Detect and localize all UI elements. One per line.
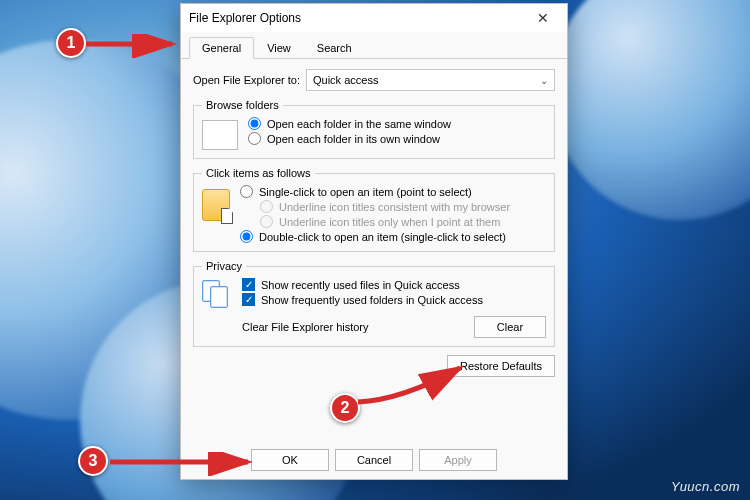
button-label: Apply [444, 454, 472, 466]
radio-input[interactable] [240, 185, 253, 198]
privacy-legend: Privacy [202, 260, 246, 272]
apply-button: Apply [419, 449, 497, 471]
tab-label: View [267, 42, 291, 54]
clear-history-label: Clear File Explorer history [242, 321, 369, 333]
radio-single-click[interactable]: Single-click to open an item (point to s… [240, 185, 546, 198]
tab-label: General [202, 42, 241, 54]
radio-double-click[interactable]: Double-click to open an item (single-cli… [240, 230, 546, 243]
folder-click-icon [202, 189, 230, 221]
file-explorer-options-dialog: File Explorer Options ✕ General View Sea… [180, 3, 568, 480]
documents-icon [202, 280, 232, 308]
button-label: OK [282, 454, 298, 466]
radio-own-window[interactable]: Open each folder in its own window [248, 132, 546, 145]
dialog-content: Open File Explorer to: Quick access ⌄ Br… [181, 59, 567, 385]
combo-value: Quick access [313, 74, 378, 86]
click-items-group: Click items as follows Single-click to o… [193, 167, 555, 252]
checkbox-label: Show recently used files in Quick access [261, 279, 460, 291]
radio-input[interactable] [248, 132, 261, 145]
chevron-down-icon: ⌄ [540, 75, 548, 86]
button-label: Cancel [357, 454, 391, 466]
background-bloom [550, 0, 750, 220]
checkbox-frequent-folders[interactable]: ✓ Show frequently used folders in Quick … [242, 293, 546, 306]
privacy-group: Privacy ✓ Show recently used files in Qu… [193, 260, 555, 347]
browse-folders-group: Browse folders Open each folder in the s… [193, 99, 555, 159]
radio-label: Open each folder in its own window [267, 133, 440, 145]
radio-label: Open each folder in the same window [267, 118, 451, 130]
close-button[interactable]: ✕ [527, 7, 559, 29]
radio-label: Single-click to open an item (point to s… [259, 186, 472, 198]
clear-history-row: Clear File Explorer history Clear [242, 316, 546, 338]
clear-button[interactable]: Clear [474, 316, 546, 338]
radio-input [260, 200, 273, 213]
radio-same-window[interactable]: Open each folder in the same window [248, 117, 546, 130]
click-items-legend: Click items as follows [202, 167, 315, 179]
annotation-badge-2: 2 [330, 393, 360, 423]
radio-input[interactable] [240, 230, 253, 243]
window-title: File Explorer Options [189, 11, 527, 25]
dialog-footer: OK Cancel Apply [181, 449, 567, 471]
radio-label: Underline icon titles only when I point … [279, 216, 500, 228]
radio-underline-browser: Underline icon titles consistent with my… [260, 200, 546, 213]
close-icon: ✕ [537, 10, 549, 26]
tab-strip: General View Search [181, 32, 567, 59]
open-explorer-label: Open File Explorer to: [193, 74, 300, 86]
titlebar: File Explorer Options ✕ [181, 4, 567, 32]
open-explorer-combo[interactable]: Quick access ⌄ [306, 69, 555, 91]
checkbox-recent-files[interactable]: ✓ Show recently used files in Quick acce… [242, 278, 546, 291]
radio-underline-point: Underline icon titles only when I point … [260, 215, 546, 228]
browse-folders-legend: Browse folders [202, 99, 283, 111]
tab-view[interactable]: View [254, 37, 304, 59]
tab-general[interactable]: General [189, 37, 254, 59]
radio-input [260, 215, 273, 228]
cancel-button[interactable]: Cancel [335, 449, 413, 471]
annotation-badge-3: 3 [78, 446, 108, 476]
tab-search[interactable]: Search [304, 37, 365, 59]
radio-label: Underline icon titles consistent with my… [279, 201, 510, 213]
folder-window-icon [202, 120, 238, 150]
restore-defaults-row: Restore Defaults [193, 355, 555, 377]
ok-button[interactable]: OK [251, 449, 329, 471]
annotation-badge-1: 1 [56, 28, 86, 58]
watermark: Yuucn.com [671, 479, 740, 494]
button-label: Restore Defaults [460, 360, 542, 372]
restore-defaults-button[interactable]: Restore Defaults [447, 355, 555, 377]
checkbox-checked-icon: ✓ [242, 278, 255, 291]
tab-label: Search [317, 42, 352, 54]
checkbox-checked-icon: ✓ [242, 293, 255, 306]
radio-label: Double-click to open an item (single-cli… [259, 231, 506, 243]
radio-input[interactable] [248, 117, 261, 130]
button-label: Clear [497, 321, 523, 333]
open-explorer-row: Open File Explorer to: Quick access ⌄ [193, 69, 555, 91]
checkbox-label: Show frequently used folders in Quick ac… [261, 294, 483, 306]
